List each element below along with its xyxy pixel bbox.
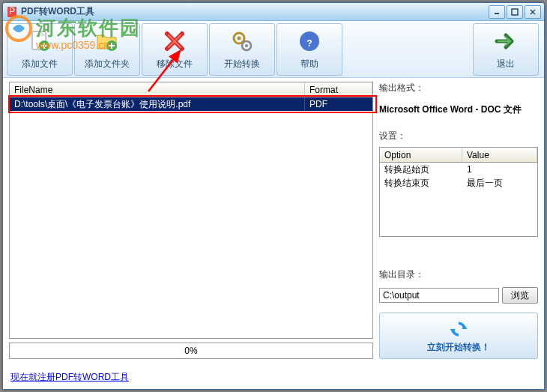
table-header: FileName Format	[10, 82, 372, 97]
help-label: 帮助	[300, 58, 318, 70]
exit-button[interactable]: 退出	[473, 23, 539, 76]
window-title: PDF转WORD工具	[21, 5, 489, 18]
output-format-value: Microsoft Office Word - DOC 文件	[379, 99, 538, 121]
output-dir-input[interactable]	[379, 288, 499, 303]
minimize-button[interactable]	[489, 5, 505, 19]
svg-point-18	[238, 36, 241, 40]
exit-label: 退出	[497, 58, 515, 70]
app-window: P PDF转WORD工具 添加文件 添加文件夹 移除文件	[2, 2, 545, 390]
content-area: FileName Format D:\tools\桌面\《电子发票台账》使用说明…	[3, 78, 544, 359]
left-pane: FileName Format D:\tools\桌面\《电子发票台账》使用说明…	[9, 82, 373, 359]
maximize-button[interactable]	[507, 5, 523, 19]
progress-text: 0%	[184, 346, 197, 356]
toolbar: 添加文件 添加文件夹 移除文件 开始转换 ? 帮助	[3, 21, 544, 78]
footer: 现在就注册PDF转WORD工具	[10, 371, 129, 383]
output-format-label: 输出格式：	[379, 82, 538, 94]
option-end-page: 转换结束页	[380, 176, 462, 190]
folder-plus-icon	[95, 29, 119, 53]
settings-row[interactable]: 转换结束页 最后一页	[380, 176, 537, 190]
add-file-button[interactable]: 添加文件	[7, 23, 73, 76]
refresh-convert-icon	[448, 319, 469, 340]
output-dir-label: 输出目录：	[379, 268, 538, 281]
value-end-page: 最后一页	[462, 176, 537, 190]
help-icon: ?	[297, 29, 321, 53]
convert-now-button[interactable]: 立刻开始转换！	[379, 313, 538, 359]
settings-header: Option Value	[380, 148, 537, 163]
close-button[interactable]	[525, 5, 541, 19]
column-option[interactable]: Option	[380, 148, 462, 162]
column-format[interactable]: Format	[305, 82, 372, 97]
app-icon: P	[6, 6, 18, 18]
remove-file-button[interactable]: 移除文件	[142, 23, 208, 76]
settings-row[interactable]: 转换起始页 1	[380, 163, 537, 176]
file-plus-icon	[28, 29, 52, 53]
progress-bar: 0%	[9, 343, 373, 359]
value-start-page: 1	[462, 163, 537, 176]
start-convert-button[interactable]: 开始转换	[209, 23, 275, 76]
add-folder-label: 添加文件夹	[85, 58, 130, 70]
option-start-page: 转换起始页	[380, 163, 462, 176]
browse-button[interactable]: 浏览	[502, 287, 538, 304]
settings-label: 设置：	[379, 130, 538, 142]
right-pane: 输出格式： Microsoft Office Word - DOC 文件 设置：…	[379, 82, 538, 359]
window-controls	[489, 5, 541, 19]
help-button[interactable]: ? 帮助	[276, 23, 342, 76]
svg-text:?: ?	[306, 38, 312, 49]
delete-x-icon	[163, 29, 187, 53]
output-dir-row: 浏览	[379, 287, 538, 304]
settings-table[interactable]: Option Value 转换起始页 1 转换结束页 最后一页	[379, 147, 538, 237]
register-link[interactable]: 现在就注册PDF转WORD工具	[10, 372, 129, 382]
column-filename[interactable]: FileName	[10, 82, 305, 97]
title-bar: P PDF转WORD工具	[3, 3, 544, 21]
gears-icon	[230, 29, 254, 53]
column-value[interactable]: Value	[462, 148, 537, 162]
file-list-table[interactable]: FileName Format D:\tools\桌面\《电子发票台账》使用说明…	[9, 82, 373, 339]
add-folder-button[interactable]: 添加文件夹	[74, 23, 140, 76]
svg-text:P: P	[9, 6, 15, 16]
add-file-label: 添加文件	[22, 58, 58, 70]
table-row[interactable]: D:\tools\桌面\《电子发票台账》使用说明.pdf PDF	[10, 97, 372, 111]
svg-point-20	[245, 44, 248, 47]
exit-arrow-icon	[494, 29, 518, 53]
cell-format: PDF	[305, 97, 372, 111]
svg-rect-3	[512, 9, 518, 15]
cell-filename: D:\tools\桌面\《电子发票台账》使用说明.pdf	[10, 97, 305, 111]
remove-file-label: 移除文件	[157, 58, 193, 70]
start-convert-label: 开始转换	[224, 58, 260, 70]
convert-now-label: 立刻开始转换！	[427, 341, 490, 354]
